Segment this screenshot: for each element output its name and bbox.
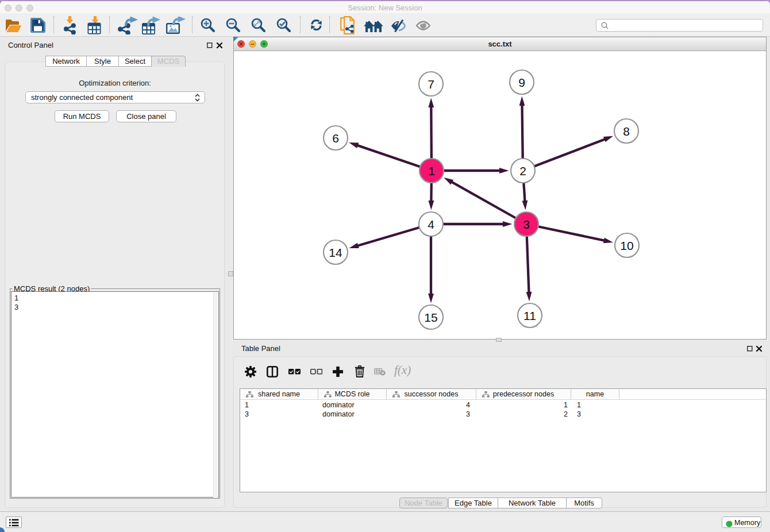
svg-text:2: 2: [519, 164, 526, 178]
svg-text:10: 10: [620, 239, 633, 252]
svg-text:11: 11: [523, 309, 536, 322]
svg-text:7: 7: [428, 78, 434, 91]
svg-text:9: 9: [518, 76, 525, 89]
svg-text:4: 4: [428, 218, 434, 231]
svg-text:3: 3: [523, 218, 530, 231]
svg-text:6: 6: [332, 132, 339, 145]
svg-text:1: 1: [428, 164, 435, 178]
svg-text:8: 8: [623, 125, 630, 138]
svg-text:14: 14: [329, 246, 342, 259]
svg-text:15: 15: [424, 311, 437, 324]
